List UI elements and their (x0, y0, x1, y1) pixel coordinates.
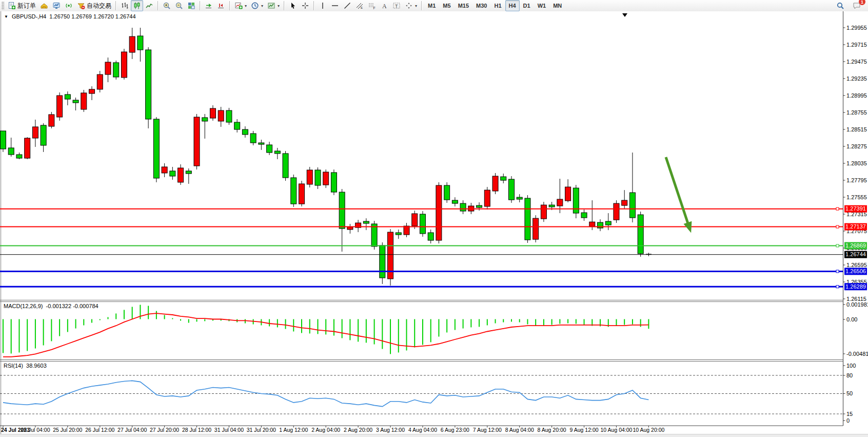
macd-values: -0.001322 -0.000784 (46, 303, 98, 309)
candle-body[interactable] (49, 115, 54, 126)
candle-body[interactable] (492, 176, 498, 191)
candle-body[interactable] (16, 155, 22, 158)
candle-body[interactable] (291, 178, 297, 204)
hline-drag-marker[interactable] (836, 207, 839, 210)
candle-body[interactable] (444, 185, 450, 200)
candle-body[interactable] (629, 193, 635, 218)
candle-body[interactable] (218, 110, 224, 121)
candle-body[interactable] (533, 218, 539, 239)
candle-body[interactable] (549, 205, 555, 207)
candle-body[interactable] (194, 117, 200, 166)
candle-body[interactable] (146, 50, 151, 119)
candle-body[interactable] (363, 221, 369, 223)
hline-drag-marker[interactable] (836, 244, 839, 247)
candle-body[interactable] (541, 205, 546, 219)
candle-body[interactable] (404, 226, 409, 235)
chart-canvas[interactable]: 1.299551.297151.294751.292351.289951.287… (0, 0, 868, 437)
time-axis-label: 6 Aug 23:00 (441, 427, 469, 433)
chart-title-dropdown-icon[interactable]: ▼ (4, 14, 8, 19)
candle-body[interactable] (259, 143, 264, 144)
candle-body[interactable] (589, 222, 595, 226)
price-axis-label: 1.28755 (846, 109, 867, 116)
candle-body[interactable] (242, 129, 248, 135)
candle-body[interactable] (202, 118, 208, 121)
time-axis-label: 4 Aug 04:00 (408, 427, 437, 433)
candle-body[interactable] (73, 100, 78, 103)
candle-body[interactable] (129, 36, 135, 52)
candle-body[interactable] (137, 36, 143, 50)
candle-body[interactable] (323, 172, 329, 185)
candle-body[interactable] (331, 173, 337, 192)
candle-body[interactable] (307, 170, 312, 184)
candle-body[interactable] (565, 187, 571, 201)
candle-body[interactable] (89, 89, 95, 93)
candle-body[interactable] (347, 227, 353, 230)
candle-body[interactable] (573, 188, 579, 213)
candle-body[interactable] (97, 74, 103, 89)
candle-body[interactable] (105, 62, 111, 74)
candle-body[interactable] (315, 170, 321, 185)
candle-body[interactable] (121, 52, 127, 78)
candle-body[interactable] (57, 96, 63, 117)
candle-body[interactable] (1, 131, 6, 149)
candle-body[interactable] (41, 125, 46, 145)
candle-body[interactable] (428, 233, 433, 240)
hline-drag-marker[interactable] (836, 286, 839, 288)
candle-body[interactable] (299, 184, 305, 204)
candle-body[interactable] (525, 198, 530, 240)
candle-body[interactable] (517, 197, 522, 199)
price-axis-label: 1.29955 (846, 25, 867, 31)
candle-body[interactable] (153, 119, 159, 178)
macd-name: MACD(12,26,9) (4, 303, 43, 309)
candle-body[interactable] (396, 233, 401, 235)
candle-body[interactable] (452, 200, 458, 203)
candle-body[interactable] (170, 171, 175, 176)
candle-body[interactable] (274, 151, 280, 154)
candle-body[interactable] (65, 94, 70, 99)
candle-body[interactable] (436, 185, 442, 240)
candle-body[interactable] (484, 190, 490, 206)
candle-body[interactable] (178, 168, 184, 182)
time-axis-label: 10 Aug 04:00 (601, 427, 633, 433)
candle-body[interactable] (557, 199, 563, 206)
candle-body[interactable] (283, 154, 288, 178)
candle-body[interactable] (380, 245, 385, 278)
macd-axis-label: -0.00481 (846, 351, 868, 357)
candle-body[interactable] (226, 110, 232, 122)
candle-body[interactable] (622, 200, 627, 205)
time-axis-label: 10 Aug 20:00 (633, 427, 664, 433)
candle-body[interactable] (25, 138, 30, 158)
time-axis-label: 3 Aug 12:00 (376, 427, 405, 433)
candle-body[interactable] (501, 177, 506, 180)
hline-drag-marker[interactable] (836, 270, 839, 273)
candle-body[interactable] (250, 134, 256, 143)
candle-body[interactable] (477, 205, 482, 207)
candle-body[interactable] (339, 192, 345, 229)
candle-body[interactable] (638, 215, 643, 254)
candle-body[interactable] (508, 179, 514, 200)
candle-body[interactable] (32, 127, 38, 138)
time-axis-label: 8 Aug 04:00 (505, 427, 534, 433)
candle-body[interactable] (186, 171, 191, 174)
candle-body[interactable] (234, 122, 240, 129)
time-axis-label: 26 Jul 12:00 (85, 427, 114, 433)
time-axis-label: 9 Aug 12:00 (570, 427, 599, 433)
candle-body[interactable] (8, 148, 14, 155)
candle-body[interactable] (614, 203, 619, 220)
price-axis-label: 1.26595 (846, 262, 867, 268)
candle-body[interactable] (210, 108, 215, 118)
hline-drag-marker[interactable] (836, 225, 839, 228)
candle-body[interactable] (605, 221, 611, 225)
price-tag-label: 1.26744 (845, 251, 866, 257)
window-bottom-strip (0, 434, 868, 437)
candle-body[interactable] (581, 213, 587, 218)
candle-body[interactable] (420, 214, 425, 234)
candle-body[interactable] (460, 203, 466, 211)
candle-body[interactable] (113, 63, 119, 77)
rsi-value: 38.9603 (26, 363, 47, 369)
candle-body[interactable] (81, 93, 87, 109)
candle-body[interactable] (412, 214, 418, 226)
candle-body[interactable] (162, 167, 167, 173)
rsi-axis-label: 15 (846, 411, 853, 417)
candle-body[interactable] (267, 145, 272, 153)
